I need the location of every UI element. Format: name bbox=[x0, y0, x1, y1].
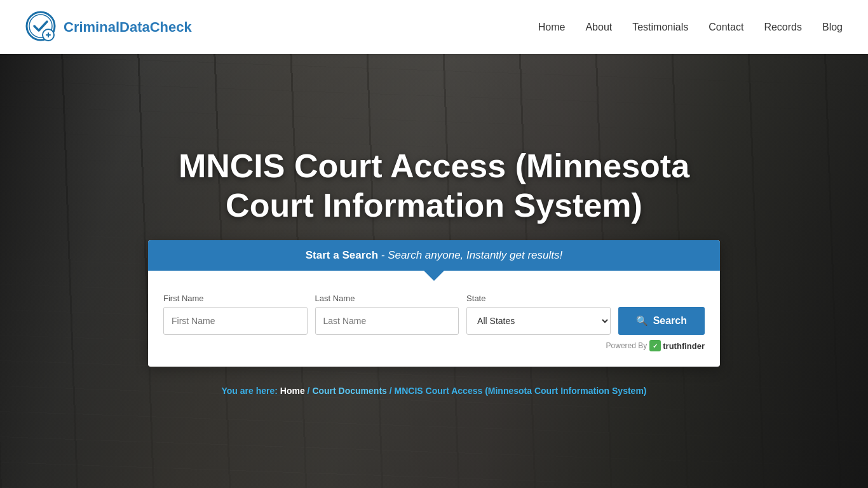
truthfinder-brand: truthfinder bbox=[663, 341, 705, 351]
last-name-input[interactable] bbox=[315, 307, 459, 335]
breadcrumb-current: MNCIS Court Access (Minnesota Court Info… bbox=[395, 386, 647, 396]
search-header-text: Start a Search - Search anyone, Instantl… bbox=[306, 249, 562, 261]
truthfinder-logo: ✓ truthfinder bbox=[649, 340, 705, 351]
nav-records[interactable]: Records bbox=[764, 22, 802, 33]
logo-link[interactable]: CriminalDataCheck bbox=[25, 11, 192, 44]
search-header-italic: - Search anyone, Instantly get results! bbox=[381, 249, 562, 261]
search-arrow bbox=[424, 271, 444, 281]
powered-by-label: Powered By bbox=[606, 341, 648, 350]
logo-icon bbox=[25, 11, 58, 44]
nav-about[interactable]: About bbox=[585, 22, 612, 33]
logo-text: CriminalDataCheck bbox=[64, 19, 192, 36]
state-field-group: State All States Alabama Alaska Arizona … bbox=[466, 294, 611, 335]
last-name-label: Last Name bbox=[315, 294, 459, 303]
breadcrumb-prefix: You are here: bbox=[221, 386, 280, 396]
header: CriminalDataCheck Home About Testimonial… bbox=[0, 0, 868, 54]
powered-by: Powered By ✓ truthfinder bbox=[163, 340, 705, 351]
state-select[interactable]: All States Alabama Alaska Arizona Arkans… bbox=[466, 307, 611, 335]
nav-home[interactable]: Home bbox=[538, 22, 566, 33]
nav-testimonials[interactable]: Testimonials bbox=[632, 22, 688, 33]
hero-section: MNCIS Court Access (Minnesota Court Info… bbox=[0, 54, 868, 488]
search-button[interactable]: 🔍 Search bbox=[618, 307, 705, 335]
breadcrumb-court-docs: Court Documents bbox=[312, 386, 386, 396]
first-name-field-group: First Name bbox=[163, 294, 308, 335]
truthfinder-icon: ✓ bbox=[649, 340, 661, 351]
search-icon: 🔍 bbox=[636, 315, 648, 327]
hero-title: MNCIS Court Access (Minnesota Court Info… bbox=[148, 146, 720, 226]
search-header-bold: Start a Search bbox=[306, 249, 378, 261]
breadcrumb-home[interactable]: Home bbox=[280, 386, 305, 396]
first-name-input[interactable] bbox=[163, 307, 308, 335]
nav-blog[interactable]: Blog bbox=[822, 22, 843, 33]
nav-contact[interactable]: Contact bbox=[709, 22, 743, 33]
state-label: State bbox=[466, 294, 611, 303]
search-header: Start a Search - Search anyone, Instantl… bbox=[148, 240, 720, 271]
breadcrumb-separator-2: / bbox=[390, 386, 395, 396]
search-form: First Name Last Name State All States Al… bbox=[148, 281, 720, 367]
breadcrumb: You are here: Home / Court Documents / M… bbox=[221, 386, 646, 396]
hero-content: MNCIS Court Access (Minnesota Court Info… bbox=[0, 146, 868, 396]
first-name-label: First Name bbox=[163, 294, 308, 303]
search-container: Start a Search - Search anyone, Instantl… bbox=[148, 240, 720, 367]
last-name-field-group: Last Name bbox=[315, 294, 459, 335]
main-nav: Home About Testimonials Contact Records … bbox=[538, 22, 843, 33]
search-button-label: Search bbox=[653, 315, 687, 327]
search-fields-row: First Name Last Name State All States Al… bbox=[163, 294, 705, 335]
